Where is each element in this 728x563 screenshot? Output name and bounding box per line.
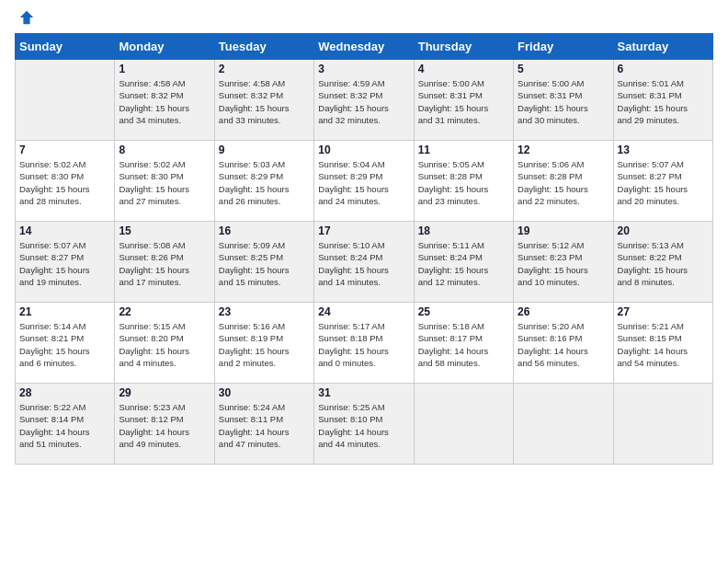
day-number: 9 — [219, 144, 310, 156]
weekday-header-monday: Monday — [115, 34, 214, 60]
day-info: Sunrise: 5:00 AMSunset: 8:31 PMDaylight:… — [418, 77, 509, 126]
calendar-cell: 13Sunrise: 5:07 AMSunset: 8:27 PMDayligh… — [613, 141, 712, 222]
day-info: Sunrise: 5:12 AMSunset: 8:23 PMDaylight:… — [518, 239, 609, 288]
calendar-cell: 11Sunrise: 5:05 AMSunset: 8:28 PMDayligh… — [414, 141, 513, 222]
day-number: 15 — [119, 224, 210, 237]
day-info: Sunrise: 5:01 AMSunset: 8:31 PMDaylight:… — [618, 77, 709, 126]
day-info: Sunrise: 5:23 AMSunset: 8:12 PMDaylight:… — [119, 401, 210, 450]
weekday-header-sunday: Sunday — [16, 34, 115, 60]
calendar-cell: 9Sunrise: 5:03 AMSunset: 8:29 PMDaylight… — [214, 141, 313, 222]
calendar-cell: 1Sunrise: 4:58 AMSunset: 8:32 PMDaylight… — [115, 60, 214, 141]
logo — [15, 9, 35, 26]
calendar-cell: 23Sunrise: 5:16 AMSunset: 8:19 PMDayligh… — [214, 303, 313, 384]
calendar-cell: 29Sunrise: 5:23 AMSunset: 8:12 PMDayligh… — [115, 384, 214, 465]
day-info: Sunrise: 5:06 AMSunset: 8:28 PMDaylight:… — [518, 158, 609, 207]
calendar-cell: 16Sunrise: 5:09 AMSunset: 8:25 PMDayligh… — [214, 222, 313, 303]
calendar-cell: 10Sunrise: 5:04 AMSunset: 8:29 PMDayligh… — [314, 141, 414, 222]
day-number: 13 — [618, 144, 709, 156]
day-info: Sunrise: 5:05 AMSunset: 8:28 PMDaylight:… — [418, 158, 509, 207]
day-info: Sunrise: 5:07 AMSunset: 8:27 PMDaylight:… — [618, 158, 709, 207]
calendar-cell: 27Sunrise: 5:21 AMSunset: 8:15 PMDayligh… — [613, 303, 712, 384]
day-info: Sunrise: 5:17 AMSunset: 8:18 PMDaylight:… — [318, 320, 409, 369]
day-number: 1 — [119, 63, 210, 75]
day-number: 5 — [518, 63, 609, 75]
svg-marker-0 — [20, 11, 33, 24]
calendar-cell: 7Sunrise: 5:02 AMSunset: 8:30 PMDaylight… — [16, 141, 115, 222]
calendar-cell: 31Sunrise: 5:25 AMSunset: 8:10 PMDayligh… — [314, 384, 414, 465]
calendar-cell: 30Sunrise: 5:24 AMSunset: 8:11 PMDayligh… — [214, 384, 313, 465]
day-info: Sunrise: 5:02 AMSunset: 8:30 PMDaylight:… — [19, 158, 110, 207]
calendar-cell: 25Sunrise: 5:18 AMSunset: 8:17 PMDayligh… — [414, 303, 513, 384]
weekday-header-friday: Friday — [514, 34, 613, 60]
day-number: 30 — [219, 386, 310, 399]
calendar-cell: 3Sunrise: 4:59 AMSunset: 8:32 PMDaylight… — [314, 60, 414, 141]
day-info: Sunrise: 4:58 AMSunset: 8:32 PMDaylight:… — [219, 77, 310, 126]
day-info: Sunrise: 5:02 AMSunset: 8:30 PMDaylight:… — [119, 158, 210, 207]
weekday-header-tuesday: Tuesday — [214, 34, 313, 60]
calendar-cell: 14Sunrise: 5:07 AMSunset: 8:27 PMDayligh… — [16, 222, 115, 303]
calendar-cell: 26Sunrise: 5:20 AMSunset: 8:16 PMDayligh… — [514, 303, 613, 384]
day-number: 21 — [19, 305, 110, 318]
day-number: 11 — [418, 144, 509, 156]
header — [15, 9, 713, 26]
calendar-cell — [613, 384, 712, 465]
calendar-week-row: 21Sunrise: 5:14 AMSunset: 8:21 PMDayligh… — [16, 303, 713, 384]
day-number: 2 — [219, 63, 310, 75]
day-info: Sunrise: 5:22 AMSunset: 8:14 PMDaylight:… — [19, 401, 110, 450]
day-info: Sunrise: 4:59 AMSunset: 8:32 PMDaylight:… — [318, 77, 409, 126]
calendar-cell: 19Sunrise: 5:12 AMSunset: 8:23 PMDayligh… — [514, 222, 613, 303]
day-number: 18 — [418, 224, 509, 237]
calendar-cell: 28Sunrise: 5:22 AMSunset: 8:14 PMDayligh… — [16, 384, 115, 465]
day-number: 23 — [219, 305, 310, 318]
calendar-cell: 20Sunrise: 5:13 AMSunset: 8:22 PMDayligh… — [613, 222, 712, 303]
day-info: Sunrise: 5:18 AMSunset: 8:17 PMDaylight:… — [418, 320, 509, 369]
day-number: 3 — [318, 63, 409, 75]
day-info: Sunrise: 5:10 AMSunset: 8:24 PMDaylight:… — [318, 239, 409, 288]
day-number: 12 — [518, 144, 609, 156]
day-number: 10 — [318, 144, 409, 156]
day-number: 8 — [119, 144, 210, 156]
day-info: Sunrise: 5:20 AMSunset: 8:16 PMDaylight:… — [518, 320, 609, 369]
calendar-week-row: 1Sunrise: 4:58 AMSunset: 8:32 PMDaylight… — [16, 60, 713, 141]
day-info: Sunrise: 5:15 AMSunset: 8:20 PMDaylight:… — [119, 320, 210, 369]
logo-icon — [18, 9, 35, 26]
day-info: Sunrise: 5:07 AMSunset: 8:27 PMDaylight:… — [19, 239, 110, 288]
day-number: 6 — [618, 63, 709, 75]
day-info: Sunrise: 5:11 AMSunset: 8:24 PMDaylight:… — [418, 239, 509, 288]
day-info: Sunrise: 5:08 AMSunset: 8:26 PMDaylight:… — [119, 239, 210, 288]
day-number: 24 — [318, 305, 409, 318]
day-number: 28 — [19, 386, 110, 399]
calendar-cell: 17Sunrise: 5:10 AMSunset: 8:24 PMDayligh… — [314, 222, 414, 303]
day-number: 4 — [418, 63, 509, 75]
day-number: 14 — [19, 224, 110, 237]
calendar-cell — [414, 384, 513, 465]
day-info: Sunrise: 5:04 AMSunset: 8:29 PMDaylight:… — [318, 158, 409, 207]
calendar-cell — [514, 384, 613, 465]
calendar-cell: 18Sunrise: 5:11 AMSunset: 8:24 PMDayligh… — [414, 222, 513, 303]
day-number: 22 — [119, 305, 210, 318]
calendar-cell: 2Sunrise: 4:58 AMSunset: 8:32 PMDaylight… — [214, 60, 313, 141]
logo-text — [15, 9, 35, 26]
calendar-week-row: 7Sunrise: 5:02 AMSunset: 8:30 PMDaylight… — [16, 141, 713, 222]
weekday-header-saturday: Saturday — [613, 34, 712, 60]
day-info: Sunrise: 5:16 AMSunset: 8:19 PMDaylight:… — [219, 320, 310, 369]
calendar-cell: 21Sunrise: 5:14 AMSunset: 8:21 PMDayligh… — [16, 303, 115, 384]
day-info: Sunrise: 5:21 AMSunset: 8:15 PMDaylight:… — [618, 320, 709, 369]
calendar-cell: 4Sunrise: 5:00 AMSunset: 8:31 PMDaylight… — [414, 60, 513, 141]
day-number: 19 — [518, 224, 609, 237]
calendar-cell: 24Sunrise: 5:17 AMSunset: 8:18 PMDayligh… — [314, 303, 414, 384]
calendar-cell: 5Sunrise: 5:00 AMSunset: 8:31 PMDaylight… — [514, 60, 613, 141]
day-info: Sunrise: 4:58 AMSunset: 8:32 PMDaylight:… — [119, 77, 210, 126]
calendar-cell: 15Sunrise: 5:08 AMSunset: 8:26 PMDayligh… — [115, 222, 214, 303]
day-info: Sunrise: 5:00 AMSunset: 8:31 PMDaylight:… — [518, 77, 609, 126]
day-number: 16 — [219, 224, 310, 237]
day-info: Sunrise: 5:24 AMSunset: 8:11 PMDaylight:… — [219, 401, 310, 450]
day-number: 20 — [618, 224, 709, 237]
day-number: 25 — [418, 305, 509, 318]
day-info: Sunrise: 5:03 AMSunset: 8:29 PMDaylight:… — [219, 158, 310, 207]
day-number: 26 — [518, 305, 609, 318]
day-number: 31 — [318, 386, 409, 399]
calendar-cell: 22Sunrise: 5:15 AMSunset: 8:20 PMDayligh… — [115, 303, 214, 384]
day-info: Sunrise: 5:13 AMSunset: 8:22 PMDaylight:… — [618, 239, 709, 288]
weekday-header-wednesday: Wednesday — [314, 34, 414, 60]
